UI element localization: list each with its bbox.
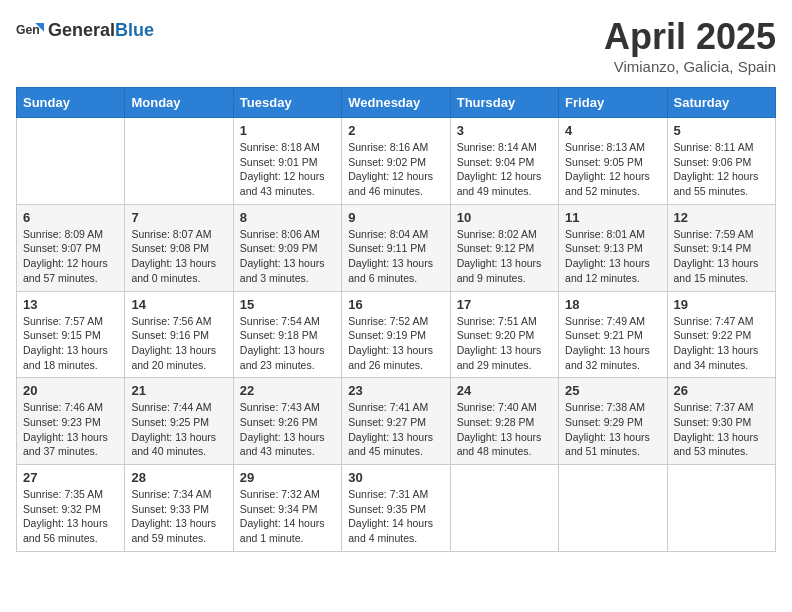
- day-info: Sunrise: 7:31 AMSunset: 9:35 PMDaylight:…: [348, 487, 443, 546]
- calendar-cell: 6Sunrise: 8:09 AMSunset: 9:07 PMDaylight…: [17, 204, 125, 291]
- day-number: 18: [565, 297, 660, 312]
- calendar-cell: 20Sunrise: 7:46 AMSunset: 9:23 PMDayligh…: [17, 378, 125, 465]
- day-number: 1: [240, 123, 335, 138]
- calendar-cell: 10Sunrise: 8:02 AMSunset: 9:12 PMDayligh…: [450, 204, 558, 291]
- logo-icon: Gen: [16, 16, 44, 44]
- day-info: Sunrise: 8:18 AMSunset: 9:01 PMDaylight:…: [240, 140, 335, 199]
- calendar-cell: [450, 465, 558, 552]
- day-header-wednesday: Wednesday: [342, 88, 450, 118]
- day-info: Sunrise: 7:40 AMSunset: 9:28 PMDaylight:…: [457, 400, 552, 459]
- day-number: 26: [674, 383, 769, 398]
- day-number: 12: [674, 210, 769, 225]
- calendar-cell: 25Sunrise: 7:38 AMSunset: 9:29 PMDayligh…: [559, 378, 667, 465]
- day-info: Sunrise: 8:09 AMSunset: 9:07 PMDaylight:…: [23, 227, 118, 286]
- day-number: 29: [240, 470, 335, 485]
- calendar-cell: 1Sunrise: 8:18 AMSunset: 9:01 PMDaylight…: [233, 118, 341, 205]
- day-info: Sunrise: 8:04 AMSunset: 9:11 PMDaylight:…: [348, 227, 443, 286]
- calendar-cell: 19Sunrise: 7:47 AMSunset: 9:22 PMDayligh…: [667, 291, 775, 378]
- main-title: April 2025: [604, 16, 776, 58]
- day-number: 23: [348, 383, 443, 398]
- day-info: Sunrise: 7:41 AMSunset: 9:27 PMDaylight:…: [348, 400, 443, 459]
- calendar-cell: [17, 118, 125, 205]
- calendar-cell: 8Sunrise: 8:06 AMSunset: 9:09 PMDaylight…: [233, 204, 341, 291]
- calendar-cell: 4Sunrise: 8:13 AMSunset: 9:05 PMDaylight…: [559, 118, 667, 205]
- calendar-cell: 13Sunrise: 7:57 AMSunset: 9:15 PMDayligh…: [17, 291, 125, 378]
- day-header-monday: Monday: [125, 88, 233, 118]
- day-info: Sunrise: 7:52 AMSunset: 9:19 PMDaylight:…: [348, 314, 443, 373]
- calendar-cell: 12Sunrise: 7:59 AMSunset: 9:14 PMDayligh…: [667, 204, 775, 291]
- day-info: Sunrise: 8:11 AMSunset: 9:06 PMDaylight:…: [674, 140, 769, 199]
- day-header-friday: Friday: [559, 88, 667, 118]
- calendar-cell: [667, 465, 775, 552]
- day-info: Sunrise: 7:51 AMSunset: 9:20 PMDaylight:…: [457, 314, 552, 373]
- day-number: 17: [457, 297, 552, 312]
- logo-blue: Blue: [115, 20, 154, 40]
- day-number: 30: [348, 470, 443, 485]
- day-header-tuesday: Tuesday: [233, 88, 341, 118]
- calendar-cell: [559, 465, 667, 552]
- day-number: 28: [131, 470, 226, 485]
- day-info: Sunrise: 7:44 AMSunset: 9:25 PMDaylight:…: [131, 400, 226, 459]
- calendar-cell: 3Sunrise: 8:14 AMSunset: 9:04 PMDaylight…: [450, 118, 558, 205]
- title-area: April 2025 Vimianzo, Galicia, Spain: [604, 16, 776, 75]
- calendar-cell: 18Sunrise: 7:49 AMSunset: 9:21 PMDayligh…: [559, 291, 667, 378]
- day-number: 4: [565, 123, 660, 138]
- calendar-cell: 16Sunrise: 7:52 AMSunset: 9:19 PMDayligh…: [342, 291, 450, 378]
- calendar-cell: [125, 118, 233, 205]
- svg-text:Gen: Gen: [16, 23, 40, 37]
- day-info: Sunrise: 7:37 AMSunset: 9:30 PMDaylight:…: [674, 400, 769, 459]
- logo-general: General: [48, 20, 115, 40]
- day-info: Sunrise: 7:35 AMSunset: 9:32 PMDaylight:…: [23, 487, 118, 546]
- calendar-cell: 9Sunrise: 8:04 AMSunset: 9:11 PMDaylight…: [342, 204, 450, 291]
- day-number: 11: [565, 210, 660, 225]
- logo-text: GeneralBlue: [48, 20, 154, 41]
- calendar: SundayMondayTuesdayWednesdayThursdayFrid…: [16, 87, 776, 552]
- calendar-cell: 24Sunrise: 7:40 AMSunset: 9:28 PMDayligh…: [450, 378, 558, 465]
- day-number: 13: [23, 297, 118, 312]
- day-info: Sunrise: 7:46 AMSunset: 9:23 PMDaylight:…: [23, 400, 118, 459]
- day-number: 25: [565, 383, 660, 398]
- day-number: 16: [348, 297, 443, 312]
- day-info: Sunrise: 8:07 AMSunset: 9:08 PMDaylight:…: [131, 227, 226, 286]
- day-info: Sunrise: 7:54 AMSunset: 9:18 PMDaylight:…: [240, 314, 335, 373]
- calendar-cell: 30Sunrise: 7:31 AMSunset: 9:35 PMDayligh…: [342, 465, 450, 552]
- day-number: 8: [240, 210, 335, 225]
- day-info: Sunrise: 7:47 AMSunset: 9:22 PMDaylight:…: [674, 314, 769, 373]
- day-number: 22: [240, 383, 335, 398]
- day-number: 27: [23, 470, 118, 485]
- day-info: Sunrise: 7:34 AMSunset: 9:33 PMDaylight:…: [131, 487, 226, 546]
- day-number: 10: [457, 210, 552, 225]
- calendar-cell: 21Sunrise: 7:44 AMSunset: 9:25 PMDayligh…: [125, 378, 233, 465]
- day-header-saturday: Saturday: [667, 88, 775, 118]
- calendar-cell: 7Sunrise: 8:07 AMSunset: 9:08 PMDaylight…: [125, 204, 233, 291]
- day-number: 6: [23, 210, 118, 225]
- day-header-thursday: Thursday: [450, 88, 558, 118]
- day-info: Sunrise: 8:01 AMSunset: 9:13 PMDaylight:…: [565, 227, 660, 286]
- day-number: 9: [348, 210, 443, 225]
- day-info: Sunrise: 8:16 AMSunset: 9:02 PMDaylight:…: [348, 140, 443, 199]
- day-header-sunday: Sunday: [17, 88, 125, 118]
- day-info: Sunrise: 7:43 AMSunset: 9:26 PMDaylight:…: [240, 400, 335, 459]
- day-number: 20: [23, 383, 118, 398]
- day-number: 7: [131, 210, 226, 225]
- calendar-cell: 23Sunrise: 7:41 AMSunset: 9:27 PMDayligh…: [342, 378, 450, 465]
- calendar-cell: 17Sunrise: 7:51 AMSunset: 9:20 PMDayligh…: [450, 291, 558, 378]
- day-info: Sunrise: 8:06 AMSunset: 9:09 PMDaylight:…: [240, 227, 335, 286]
- day-number: 5: [674, 123, 769, 138]
- subtitle: Vimianzo, Galicia, Spain: [604, 58, 776, 75]
- calendar-cell: 28Sunrise: 7:34 AMSunset: 9:33 PMDayligh…: [125, 465, 233, 552]
- day-number: 2: [348, 123, 443, 138]
- day-info: Sunrise: 7:56 AMSunset: 9:16 PMDaylight:…: [131, 314, 226, 373]
- day-info: Sunrise: 7:38 AMSunset: 9:29 PMDaylight:…: [565, 400, 660, 459]
- header: Gen GeneralBlue April 2025 Vimianzo, Gal…: [16, 16, 776, 75]
- day-info: Sunrise: 8:13 AMSunset: 9:05 PMDaylight:…: [565, 140, 660, 199]
- day-info: Sunrise: 7:57 AMSunset: 9:15 PMDaylight:…: [23, 314, 118, 373]
- calendar-cell: 27Sunrise: 7:35 AMSunset: 9:32 PMDayligh…: [17, 465, 125, 552]
- day-info: Sunrise: 8:14 AMSunset: 9:04 PMDaylight:…: [457, 140, 552, 199]
- calendar-cell: 2Sunrise: 8:16 AMSunset: 9:02 PMDaylight…: [342, 118, 450, 205]
- calendar-cell: 5Sunrise: 8:11 AMSunset: 9:06 PMDaylight…: [667, 118, 775, 205]
- day-number: 19: [674, 297, 769, 312]
- day-number: 3: [457, 123, 552, 138]
- day-info: Sunrise: 7:32 AMSunset: 9:34 PMDaylight:…: [240, 487, 335, 546]
- day-number: 24: [457, 383, 552, 398]
